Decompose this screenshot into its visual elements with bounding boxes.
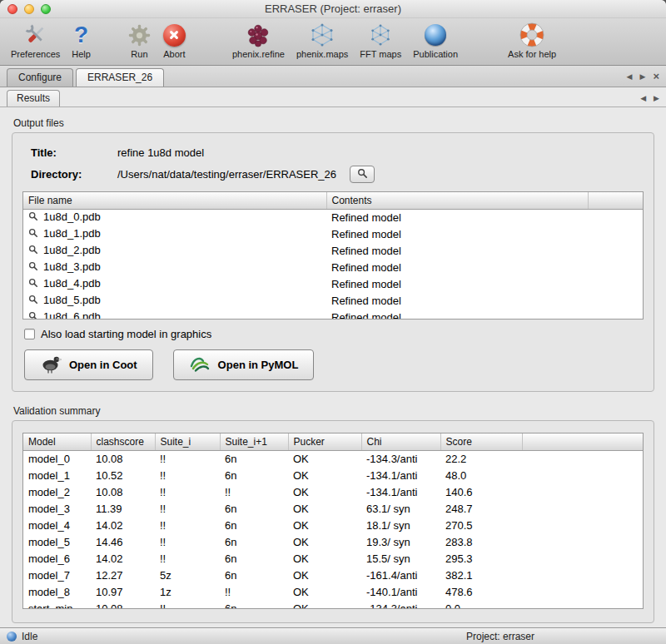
tab-results[interactable]: Results bbox=[7, 90, 60, 107]
validation-row[interactable]: model_712.275z6nOK-161.4/anti382.1 bbox=[23, 567, 643, 583]
magnifier-icon bbox=[28, 245, 38, 257]
tab-close-icon[interactable]: × bbox=[653, 72, 659, 82]
phenix-maps-icon bbox=[310, 22, 335, 48]
open-in-pymol-button[interactable]: Open in PyMOL bbox=[173, 349, 315, 380]
validation-row[interactable]: model_810.971z!!OK-140.1/anti478.6 bbox=[23, 583, 643, 600]
output-file-row[interactable]: 1u8d_6.pdbRefined model bbox=[23, 309, 643, 320]
validation-cell: OK bbox=[288, 600, 361, 609]
directory-value: /Users/nat/data/testing/erraser/ERRASER_… bbox=[117, 168, 336, 181]
output-file-row[interactable]: 1u8d_2.pdbRefined model bbox=[23, 242, 643, 259]
magnifier-icon bbox=[28, 211, 38, 224]
validation-cell: -134.1/anti bbox=[361, 483, 440, 500]
titlebar[interactable]: ERRASER (Project: erraser) bbox=[0, 0, 666, 18]
file-name: 1u8d_2.pdb bbox=[43, 244, 101, 256]
toolbar-run-button[interactable]: Run bbox=[122, 21, 157, 60]
toolbar-ask-for-help-button[interactable]: Ask for help bbox=[502, 21, 562, 60]
validation-cell: 14.02 bbox=[91, 550, 155, 567]
toolbar-abort-button[interactable]: Abort bbox=[157, 21, 191, 60]
close-window-button[interactable] bbox=[7, 4, 17, 14]
toolbar-label: Publication bbox=[413, 49, 458, 59]
validation-cell: 283.8 bbox=[440, 533, 522, 550]
validation-cell: OK bbox=[288, 567, 361, 583]
toolbar-fft-maps-button[interactable]: FFT maps bbox=[354, 21, 407, 60]
file-contents: Refined model bbox=[326, 259, 588, 275]
directory-field-row: Directory: /Users/nat/data/testing/erras… bbox=[31, 166, 644, 183]
validation-cell: model_6 bbox=[23, 550, 91, 567]
output-file-row[interactable]: 1u8d_3.pdbRefined model bbox=[23, 259, 643, 275]
validation-groupbox: Model clashscore Suite_i Suite_i+1 Pucke… bbox=[12, 420, 654, 623]
validation-cell: !! bbox=[155, 533, 220, 550]
zoom-window-button[interactable] bbox=[41, 4, 51, 14]
validation-cell: -134.3/anti bbox=[361, 600, 440, 609]
column-header-model[interactable]: Model bbox=[23, 433, 91, 450]
fft-maps-icon bbox=[369, 22, 392, 48]
validation-row[interactable]: model_614.02!!6nOK15.5/ syn295.3 bbox=[23, 550, 643, 567]
toolbar-phenix-maps-button[interactable]: phenix.maps bbox=[291, 21, 354, 60]
column-header-contents[interactable]: Contents bbox=[326, 192, 588, 209]
title-field-row: Title: refine 1u8d model bbox=[31, 146, 644, 159]
minimize-window-button[interactable] bbox=[24, 4, 34, 14]
validation-cell: 6n bbox=[220, 600, 288, 609]
subtab-scroll-left-icon[interactable]: ◀ bbox=[640, 93, 646, 103]
load-starting-model-checkbox[interactable]: Also load starting model in graphics bbox=[24, 328, 644, 340]
validation-row[interactable]: model_414.02!!6nOK18.1/ syn270.5 bbox=[23, 517, 643, 533]
file-contents: Refined model bbox=[326, 275, 588, 292]
browse-directory-button[interactable] bbox=[350, 166, 375, 183]
validation-cell: -134.1/anti bbox=[361, 467, 440, 483]
validation-cell: 22.2 bbox=[440, 450, 522, 467]
validation-cell: -140.1/anti bbox=[361, 583, 440, 600]
output-file-row[interactable]: 1u8d_5.pdbRefined model bbox=[23, 292, 643, 309]
column-header-file-name[interactable]: File name bbox=[23, 192, 326, 209]
validation-cell: model_5 bbox=[23, 533, 91, 550]
validation-row[interactable]: model_210.08!!!!OK-134.1/anti140.6 bbox=[23, 483, 643, 500]
output-files-table[interactable]: File name Contents 1u8d_0.pdbRefined mod… bbox=[22, 191, 644, 320]
file-name: 1u8d_4.pdb bbox=[43, 277, 101, 290]
open-in-coot-button[interactable]: Open in Coot bbox=[24, 349, 153, 380]
column-header-suite-i[interactable]: Suite_i bbox=[155, 433, 220, 450]
preferences-icon bbox=[23, 22, 48, 48]
output-file-row[interactable]: 1u8d_0.pdbRefined model bbox=[23, 209, 643, 225]
run-gear-icon bbox=[127, 22, 152, 48]
magnifier-icon bbox=[28, 311, 38, 320]
column-header-clashscore[interactable]: clashscore bbox=[91, 433, 155, 450]
validation-cell: 10.08 bbox=[91, 600, 155, 609]
validation-cell: !! bbox=[155, 483, 220, 500]
file-contents: Refined model bbox=[326, 242, 588, 259]
validation-cell: start_min bbox=[23, 600, 91, 609]
validation-cell: 14.02 bbox=[91, 517, 155, 533]
file-contents: Refined model bbox=[326, 209, 588, 225]
toolbar-preferences-button[interactable]: Preferences bbox=[5, 21, 66, 60]
output-file-row[interactable]: 1u8d_1.pdbRefined model bbox=[23, 225, 643, 242]
tab-configure[interactable]: Configure bbox=[7, 68, 73, 87]
subtab-scroll-right-icon[interactable]: ▶ bbox=[654, 93, 659, 103]
validation-row[interactable]: model_110.52!!6nOK-134.1/anti48.0 bbox=[23, 467, 643, 483]
validation-row[interactable]: model_514.46!!6nOK19.3/ syn283.8 bbox=[23, 533, 643, 550]
directory-label: Directory: bbox=[31, 168, 106, 181]
column-header-pucker[interactable]: Pucker bbox=[288, 433, 361, 450]
toolbar-phenix-refine-button[interactable]: phenix.refine bbox=[226, 21, 291, 60]
status-indicator-icon bbox=[7, 632, 17, 642]
validation-cell: 0.0 bbox=[440, 600, 522, 609]
validation-row[interactable]: start_min10.08!!6nOK-134.3/anti0.0 bbox=[23, 600, 643, 609]
validation-cell: 10.52 bbox=[91, 467, 155, 483]
column-header-chi[interactable]: Chi bbox=[361, 433, 440, 450]
validation-cell: 6n bbox=[220, 567, 288, 583]
validation-cell: model_0 bbox=[23, 450, 91, 467]
main-tab-bar: Configure ERRASER_26 ◀ ▶ × bbox=[0, 66, 666, 87]
validation-row[interactable]: model_010.08!!6nOK-134.3/anti22.2 bbox=[23, 450, 643, 467]
validation-table[interactable]: Model clashscore Suite_i Suite_i+1 Pucke… bbox=[22, 433, 644, 609]
toolbar-publication-button[interactable]: Publication bbox=[407, 21, 464, 60]
checkbox-box[interactable] bbox=[24, 329, 35, 339]
output-files-section-label: Output files bbox=[13, 117, 654, 129]
toolbar-label: Preferences bbox=[11, 49, 60, 59]
project-label: Project: erraser bbox=[466, 631, 534, 642]
tab-erraser-26[interactable]: ERRASER_26 bbox=[76, 68, 164, 87]
toolbar-help-button[interactable]: ? Help bbox=[66, 21, 97, 60]
column-header-score[interactable]: Score bbox=[440, 433, 522, 450]
column-header-suite-i1[interactable]: Suite_i+1 bbox=[220, 433, 288, 450]
validation-row[interactable]: model_311.39!!6nOK63.1/ syn248.7 bbox=[23, 500, 643, 517]
output-file-row[interactable]: 1u8d_4.pdbRefined model bbox=[23, 275, 643, 292]
tab-scroll-right-icon[interactable]: ▶ bbox=[639, 72, 645, 82]
toolbar: Preferences ? Help Run bbox=[0, 18, 666, 66]
tab-scroll-left-icon[interactable]: ◀ bbox=[627, 72, 633, 82]
